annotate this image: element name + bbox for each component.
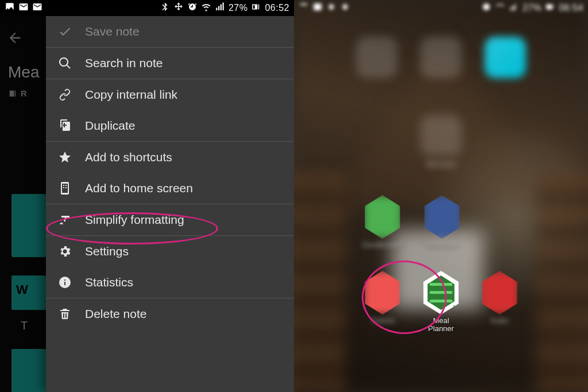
gmail-icon	[32, 2, 42, 14]
menu-label: Settings	[85, 244, 129, 258]
status-bar-left: 27% 06:52	[0, 0, 294, 16]
wifi-icon	[201, 2, 211, 14]
app-label: Todoist	[370, 317, 394, 325]
trash-icon	[57, 306, 72, 321]
home-screen-icon	[57, 181, 72, 196]
app-meal-planner[interactable]: Meal Planner	[421, 271, 461, 333]
home-folder-row	[294, 37, 588, 78]
picture-icon	[5, 2, 15, 14]
battery-icon	[251, 2, 261, 14]
menu-delete-note[interactable]: Delete note	[46, 298, 294, 329]
notif-icon	[312, 2, 323, 14]
app-label: Meal Planner	[428, 317, 454, 333]
check-icon	[57, 24, 72, 39]
menu-statistics[interactable]: Statistics	[46, 267, 294, 298]
menu-add-shortcuts[interactable]: Add to shortcuts	[46, 142, 294, 173]
menu-label: Copy internal link	[85, 88, 177, 102]
app-label: Goodbudget	[362, 241, 403, 249]
alarm-icon	[481, 2, 492, 14]
info-icon	[57, 275, 72, 290]
notif-icon	[340, 2, 350, 14]
folder-label: Services	[294, 160, 588, 169]
cell-signal-icon	[509, 2, 519, 14]
home-folder[interactable]	[420, 115, 462, 156]
alarm-icon	[187, 2, 198, 14]
app-catalogue[interactable]: Catalogue	[423, 195, 462, 249]
rotate-icon	[173, 2, 184, 14]
play-store-icon[interactable]	[485, 37, 526, 78]
app-todoist[interactable]: Todoist	[363, 271, 402, 333]
menu-copy-link[interactable]: Copy internal link	[46, 79, 294, 110]
notif-icon	[299, 2, 309, 14]
menu-label: Duplicate	[85, 119, 136, 133]
wifi-icon	[495, 2, 505, 14]
menu-duplicate[interactable]: Duplicate	[46, 110, 294, 141]
overflow-menu: Save note Search in note Copy internal l…	[46, 16, 294, 392]
home-icon-row: Todoist Meal Planner Kobo	[294, 271, 588, 333]
menu-label: Add to home screen	[85, 181, 193, 195]
svg-point-0	[483, 3, 490, 10]
app-label: Catalogue	[425, 241, 459, 249]
cell-signal-icon	[215, 2, 225, 14]
home-icon-row: Goodbudget Catalogue	[294, 195, 588, 249]
app-kobo[interactable]: Kobo	[480, 271, 519, 333]
app-label: Kobo	[491, 317, 508, 325]
home-folder[interactable]	[356, 37, 397, 78]
menu-search-in-note[interactable]: Search in note	[46, 48, 294, 79]
menu-label: Search in note	[85, 56, 163, 70]
bluetooth-icon	[160, 2, 170, 14]
menu-label: Add to shortcuts	[85, 150, 172, 164]
gear-icon	[57, 244, 72, 259]
notif-icon	[326, 2, 336, 14]
menu-label: Delete note	[85, 307, 146, 321]
link-icon	[57, 87, 72, 102]
star-icon	[57, 150, 72, 165]
menu-label: Save note	[85, 25, 140, 38]
menu-add-home-screen[interactable]: Add to home screen	[46, 173, 294, 204]
menu-settings[interactable]: Settings	[46, 236, 294, 267]
battery-pct: 27%	[523, 3, 542, 13]
battery-pct: 27%	[229, 3, 248, 13]
duplicate-icon	[57, 118, 72, 133]
evernote-badge-icon	[449, 302, 463, 316]
battery-icon	[545, 2, 555, 14]
clock: 06:52	[265, 3, 289, 13]
home-folder[interactable]	[420, 37, 462, 78]
app-goodbudget[interactable]: Goodbudget	[362, 195, 403, 249]
format-clear-icon	[57, 212, 72, 227]
menu-label: Simplify formatting	[85, 213, 184, 227]
search-icon	[57, 56, 72, 71]
menu-save-note: Save note	[46, 16, 294, 47]
menu-simplify-formatting[interactable]: Simplify formatting	[46, 204, 294, 235]
gmail-icon	[18, 2, 29, 14]
status-bar-right: 27% 06:54	[294, 0, 588, 16]
clock: 06:54	[559, 3, 583, 13]
menu-label: Statistics	[85, 275, 133, 289]
